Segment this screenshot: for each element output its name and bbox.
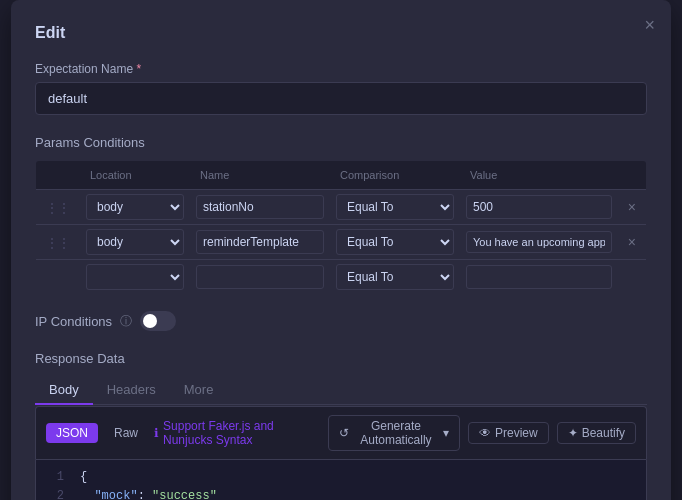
tab-body[interactable]: Body [35, 376, 93, 405]
params-conditions-label: Params Conditions [35, 135, 647, 150]
modal-title: Edit [35, 24, 647, 42]
code-content: { [80, 468, 87, 487]
line-number: 1 [48, 468, 64, 487]
code-toolbar: JSON Raw ℹ Support Faker.js and Nunjucks… [35, 406, 647, 459]
info-circle-icon: ℹ [154, 426, 159, 440]
value-input-2[interactable] [466, 231, 612, 253]
name-input-3[interactable] [196, 265, 324, 289]
eye-icon: 👁 [479, 426, 491, 440]
ip-conditions-label: IP Conditions [35, 314, 112, 329]
comparison-select-3[interactable]: Equal To Not Equal To [336, 264, 454, 290]
col-comparison-header: Comparison [330, 161, 460, 190]
params-table: Location Name Comparison Value ⋮⋮ body h… [35, 160, 647, 295]
col-drag-header [36, 161, 81, 190]
json-button[interactable]: JSON [46, 423, 98, 443]
name-input-1[interactable] [196, 195, 324, 219]
location-select-2[interactable]: body header query [86, 229, 184, 255]
code-content: "mock": "success" [80, 487, 217, 500]
code-line-2: 2 "mock": "success" [48, 487, 634, 500]
remove-row-1-button[interactable]: × [624, 197, 640, 217]
drag-handle[interactable]: ⋮⋮ [42, 236, 74, 250]
col-name-header: Name [190, 161, 330, 190]
col-value-header: Value [460, 161, 618, 190]
preview-button[interactable]: 👁 Preview [468, 422, 549, 444]
tab-headers[interactable]: Headers [93, 376, 170, 405]
col-location-header: Location [80, 161, 190, 190]
ip-conditions-info-icon: ⓘ [120, 313, 132, 330]
value-input-3[interactable] [466, 265, 612, 289]
table-row: ⋮⋮ body header query Equal To Not Equal … [36, 190, 647, 225]
generate-automatically-button[interactable]: ↺ Generate Automatically ▾ [328, 415, 460, 451]
edit-modal: × Edit Expectation Name * Params Conditi… [11, 0, 671, 500]
tab-more[interactable]: More [170, 376, 228, 405]
remove-row-2-button[interactable]: × [624, 232, 640, 252]
location-select-3[interactable]: body header query [86, 264, 184, 290]
table-row: ⋮⋮ body header query Equal To Not Equal … [36, 225, 647, 260]
close-button[interactable]: × [644, 16, 655, 34]
comparison-select-1[interactable]: Equal To Not Equal To [336, 194, 454, 220]
name-input-2[interactable] [196, 230, 324, 254]
line-number: 2 [48, 487, 64, 500]
location-select-1[interactable]: body header query [86, 194, 184, 220]
wand-icon: ✦ [568, 426, 578, 440]
raw-button[interactable]: Raw [106, 423, 146, 443]
value-input-1[interactable] [466, 195, 612, 219]
ip-conditions-toggle[interactable] [140, 311, 176, 331]
expectation-name-label: Expectation Name * [35, 62, 647, 76]
generate-icon: ↺ [339, 426, 349, 440]
code-editor[interactable]: 1 { 2 "mock": "success" 3 } [35, 459, 647, 500]
response-data-tabs: Body Headers More [35, 376, 647, 405]
expectation-name-input[interactable] [35, 82, 647, 115]
drag-handle[interactable]: ⋮⋮ [42, 201, 74, 215]
response-data-label: Response Data [35, 351, 647, 366]
required-indicator: * [136, 62, 141, 76]
code-line-1: 1 { [48, 468, 634, 487]
col-action-header [618, 161, 647, 190]
table-row: body header query Equal To Not Equal To [36, 260, 647, 295]
faker-link[interactable]: ℹ Support Faker.js and Nunjucks Syntax [154, 419, 312, 447]
chevron-down-icon: ▾ [443, 426, 449, 440]
comparison-select-2[interactable]: Equal To Not Equal To [336, 229, 454, 255]
beautify-button[interactable]: ✦ Beautify [557, 422, 636, 444]
ip-conditions-row: IP Conditions ⓘ [35, 311, 647, 331]
